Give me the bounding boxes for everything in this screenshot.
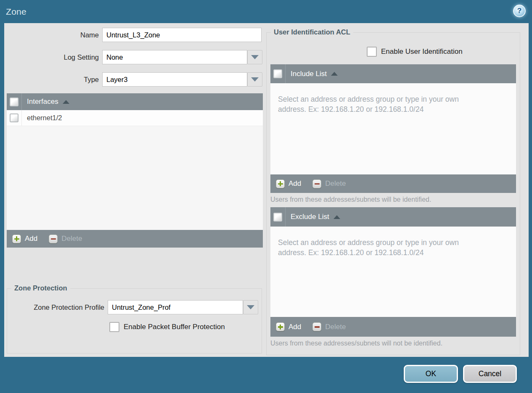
cancel-button[interactable]: Cancel (463, 365, 517, 383)
sort-ascending-icon (331, 72, 338, 76)
delete-button[interactable]: Delete (49, 235, 82, 243)
zone-protection-profile-dropdown-button[interactable] (243, 300, 258, 314)
include-list-helper-text: Users from these addresses/subnets will … (270, 196, 431, 203)
zone-protection-section: Zone Protection Zone Protection Profile … (7, 288, 262, 353)
add-button[interactable]: Add (12, 235, 37, 243)
row-checkbox-cell (7, 110, 22, 126)
log-setting-input[interactable] (102, 50, 247, 64)
table-row[interactable]: ethernet1/2 (7, 110, 263, 126)
enable-user-identification-label: Enable User Identification (381, 47, 463, 57)
minus-icon (312, 179, 321, 188)
exclude-list-header: Exclude List (270, 207, 516, 227)
exclude-select-all-checkbox[interactable] (273, 213, 282, 222)
log-setting-dropdown-button[interactable] (247, 50, 262, 64)
include-list-column-header[interactable]: Include List (286, 70, 327, 78)
interfaces-table-empty-area (7, 126, 263, 230)
include-list-header: Include List (270, 64, 516, 83)
include-list-footer: Add Delete (270, 174, 516, 193)
plus-icon (276, 179, 285, 188)
ok-button[interactable]: OK (404, 365, 458, 383)
dialog-title: Zone (6, 7, 26, 17)
interfaces-table-footer: Add Delete (7, 230, 263, 248)
exclude-list-placeholder: Select an address or address group or ty… (270, 227, 468, 258)
header-checkbox-cell (270, 64, 286, 83)
exclude-list-body[interactable]: Select an address or address group or ty… (270, 227, 516, 317)
plus-icon (12, 235, 21, 243)
help-icon[interactable] (513, 5, 526, 17)
include-select-all-checkbox[interactable] (273, 69, 282, 78)
exclude-list-table: Exclude List Select an address or addres… (270, 207, 516, 337)
plus-icon (276, 322, 285, 331)
dialog-body: Name Log Setting Type Interfaces etherne… (4, 23, 529, 357)
packet-buffer-protection-checkbox[interactable] (109, 322, 119, 332)
name-input[interactable] (102, 28, 262, 42)
enable-user-identification-checkbox[interactable] (367, 47, 377, 57)
packet-buffer-protection-label: Enable Packet Buffer Protection (124, 322, 225, 332)
select-all-checkbox[interactable] (10, 98, 19, 106)
include-list-body[interactable]: Select an address or address group or ty… (270, 83, 516, 174)
zone-protection-profile-label: Zone Protection Profile (10, 300, 104, 314)
chevron-down-icon (251, 77, 259, 82)
minus-icon (49, 235, 58, 243)
row-checkbox[interactable] (10, 113, 19, 122)
name-label: Name (4, 28, 99, 42)
exclude-list-helper-text: Users from these addresses/subnets will … (270, 340, 442, 347)
user-identification-legend: User Identification ACL (271, 28, 353, 36)
include-list-table: Include List Select an address or addres… (270, 64, 516, 193)
interfaces-column-header[interactable]: Interfaces (22, 98, 58, 106)
exclude-list-footer: Add Delete (270, 317, 516, 337)
type-label: Type (4, 72, 99, 87)
interface-name[interactable]: ethernet1/2 (22, 114, 62, 122)
sort-ascending-icon (63, 100, 69, 104)
header-checkbox-cell (270, 207, 286, 227)
zone-protection-legend: Zone Protection (11, 284, 70, 292)
exclude-add-button[interactable]: Add (276, 322, 301, 331)
chevron-down-icon (247, 305, 254, 309)
exclude-list-column-header[interactable]: Exclude List (286, 213, 329, 221)
chevron-down-icon (251, 55, 259, 59)
exclude-delete-button[interactable]: Delete (312, 322, 346, 331)
dialog-titlebar: Zone (0, 0, 532, 23)
interfaces-table: Interfaces ethernet1/2 Add Delete (7, 93, 263, 248)
sort-ascending-icon (333, 215, 340, 219)
type-dropdown-button[interactable] (247, 72, 262, 87)
interfaces-table-header: Interfaces (7, 93, 263, 110)
include-delete-button[interactable]: Delete (312, 179, 346, 188)
type-input[interactable] (102, 72, 247, 87)
zone-protection-profile-input[interactable] (108, 300, 243, 314)
header-checkbox-cell (7, 93, 22, 110)
include-add-button[interactable]: Add (276, 179, 301, 188)
minus-icon (312, 322, 321, 331)
log-setting-label: Log Setting (4, 50, 99, 64)
user-identification-section: User Identification ACL Enable User Iden… (266, 32, 520, 355)
include-list-placeholder: Select an address or address group or ty… (270, 83, 468, 114)
